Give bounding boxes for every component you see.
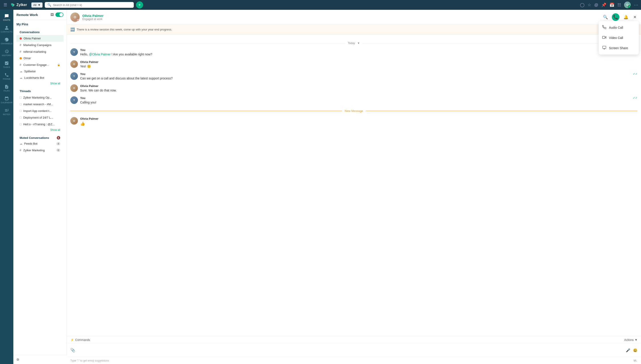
clips-icon[interactable]: 📌 [602, 2, 606, 7]
search-input[interactable] [53, 3, 131, 7]
message-text: Can we get on a call and discuss about t… [80, 76, 631, 81]
conversation-item-olivia[interactable]: Olivia Palmer [16, 35, 64, 42]
message-avatar: O [70, 60, 78, 68]
contact-status: Engaged at work [82, 18, 602, 21]
conversations-show-all[interactable]: Show all [16, 81, 64, 87]
search-filter-dropdown[interactable]: All ▼ [32, 2, 42, 8]
message-avatar: O [70, 84, 78, 92]
muted-item-feeds[interactable]: ☁ Feeds Bot 4 [16, 140, 64, 147]
grid-icon[interactable]: ⋯ [634, 2, 638, 8]
contact-status-dot [77, 19, 79, 21]
search-icon: 🔍 [48, 3, 51, 7]
conversation-item-marketing[interactable]: # Marketing Campaigns [16, 42, 64, 48]
emoji-icon[interactable]: 😃 [633, 348, 638, 352]
message-group-4: Y You Calling you! ✓✓ [70, 96, 638, 105]
message-content: You Calling you! [80, 96, 631, 105]
message-avatar: Y [70, 72, 78, 80]
message-group-2: Y You Can we get on a call and discuss a… [70, 72, 638, 81]
message-content: Olivia Palmer 👍 [80, 117, 638, 127]
thread-item-0[interactable]: □ Zylker Marketing Op... [16, 94, 64, 101]
message-text: 👍 [80, 121, 638, 127]
message-content: Olivia Palmer Yes! 🙂 [80, 60, 638, 69]
global-search-bar[interactable]: 🔍 [45, 2, 134, 8]
sidebar-item-history[interactable]: HISTORY [0, 47, 13, 59]
actions-button[interactable]: Actions ▼ [624, 338, 638, 342]
muted-section-header: Muted Conversations 🔇 [16, 134, 64, 140]
threads-show-all[interactable]: Show all [16, 128, 64, 134]
new-message-label: New Message [345, 109, 363, 112]
divider-line [366, 111, 638, 111]
pins-section: My Pins Conversations Olivia Palmer # Ma… [13, 20, 66, 155]
sidebar-item-phone[interactable]: PHONE [0, 70, 13, 82]
message-text: Hello, @Olivia Palmer ! Are you availabl… [80, 52, 631, 57]
markdown-icon[interactable]: M↓ [634, 359, 638, 362]
muted-title: Muted Conversations [20, 136, 49, 140]
cloud-icon: ☁ [20, 76, 22, 80]
notifications-icon[interactable]: ◯ [580, 2, 584, 7]
input-actions: 🎤 😃 [626, 348, 638, 352]
conversation-item-lucidcharts[interactable]: ☁ Lucidcharts Bot [16, 74, 64, 81]
announcement-bar: 🆓 There is a review session this week, c… [67, 25, 641, 34]
conversation-item-splitwise[interactable]: ☁ Splitwise [16, 68, 64, 74]
message-avatar: Y [70, 96, 78, 104]
calendar-top-icon[interactable]: 📅 [610, 2, 614, 7]
microphone-icon[interactable]: 🎤 [626, 348, 630, 352]
announce-icon: 🆓 [70, 27, 75, 32]
notification-button[interactable]: 🔔 [622, 14, 629, 20]
search-chat-button[interactable]: 🔍 [602, 14, 609, 20]
apps-icon[interactable]: ☷ [618, 2, 621, 7]
settings-button[interactable]: ⚙ [13, 355, 67, 364]
user-avatar[interactable]: O [624, 2, 631, 8]
thread-item-4[interactable]: □ Hell:o - #Training : @Z... [16, 121, 64, 128]
favorites-icon[interactable]: ☆ [588, 2, 591, 7]
commands-button[interactable]: ⚡ Commands [70, 338, 90, 342]
call-button[interactable]: 📞 [612, 13, 620, 21]
monitor-icon[interactable]: 🖼 [50, 13, 54, 16]
message-row: O Olivia Palmer Yes! 🙂 [70, 60, 638, 69]
message-text: Calling you! [80, 100, 631, 105]
call-dropdown: Audio Call Video Call Screen Share [599, 21, 639, 54]
message-group-3: O Olivia Palmer Sure. We can do that now… [70, 84, 638, 93]
add-button[interactable]: + [136, 1, 143, 8]
pins-title: My Pins [16, 22, 64, 26]
thread-icon: □ [20, 116, 21, 119]
message-sender: Olivia Palmer [80, 84, 638, 88]
sidebar-item-calendar[interactable]: CALENDAR [0, 94, 13, 106]
date-divider[interactable]: Today ▼ [70, 42, 638, 45]
sidebar-item-tasks[interactable]: TASKS [0, 59, 13, 70]
workspace-toggle[interactable] [56, 12, 64, 17]
sidebar-item-channels[interactable]: CHANNELS [0, 35, 13, 47]
conversation-item-customer[interactable]: # Customer Engage... 🔒 [16, 62, 64, 68]
read-tick: ✓✓ [633, 96, 638, 100]
sidebar-item-chats[interactable]: CHATS [0, 12, 13, 23]
thread-item-1[interactable]: □ market research - #M... [16, 101, 64, 108]
messages-area[interactable]: Today ▼ Y You Hello, @Olivia Palmer ! Ar… [67, 34, 641, 336]
contact-avatar: O [70, 12, 80, 22]
mute-icon: 🔇 [56, 136, 60, 140]
status-dot-red [20, 38, 22, 40]
message-group-0: Y You Hello, @Olivia Palmer ! Are you av… [70, 48, 638, 57]
sidebar-item-notes[interactable]: NOTES [0, 106, 13, 118]
video-call-option[interactable]: Video Call [599, 33, 639, 43]
divider-line [70, 111, 342, 111]
menu-icon[interactable]: ☰ [3, 2, 8, 8]
hash-icon: # [20, 43, 21, 47]
attach-icon[interactable]: 📎 [70, 348, 75, 353]
conversation-item-omar[interactable]: Omar [16, 55, 64, 62]
message-sender: You [80, 96, 631, 100]
muted-item-zylker[interactable]: # Zylker Marketing 6 [16, 147, 64, 154]
input-placeholder: Type ":" to get emoji suggestions [70, 359, 109, 362]
close-chat-button[interactable]: ✕ [632, 14, 638, 20]
sidebar-item-files[interactable]: FILES [0, 82, 13, 94]
sidebar-item-contacts[interactable]: CONTACTS [0, 23, 13, 35]
muted-badge-0: 4 [56, 142, 60, 145]
mentions-icon[interactable]: @ [594, 3, 598, 7]
screen-share-option[interactable]: Screen Share [599, 43, 639, 53]
conversation-item-referral[interactable]: # referral-marketing [16, 48, 64, 55]
contact-name: Olivia Palmer [82, 14, 602, 18]
audio-call-option[interactable]: Audio Call [599, 22, 639, 33]
thread-item-2[interactable]: □ Import App content t... [16, 108, 64, 114]
message-text: Yes! 🙂 [80, 64, 638, 69]
screen-share-icon [602, 46, 606, 50]
thread-item-3[interactable]: □ Deployment of 24/7 L... [16, 114, 64, 121]
